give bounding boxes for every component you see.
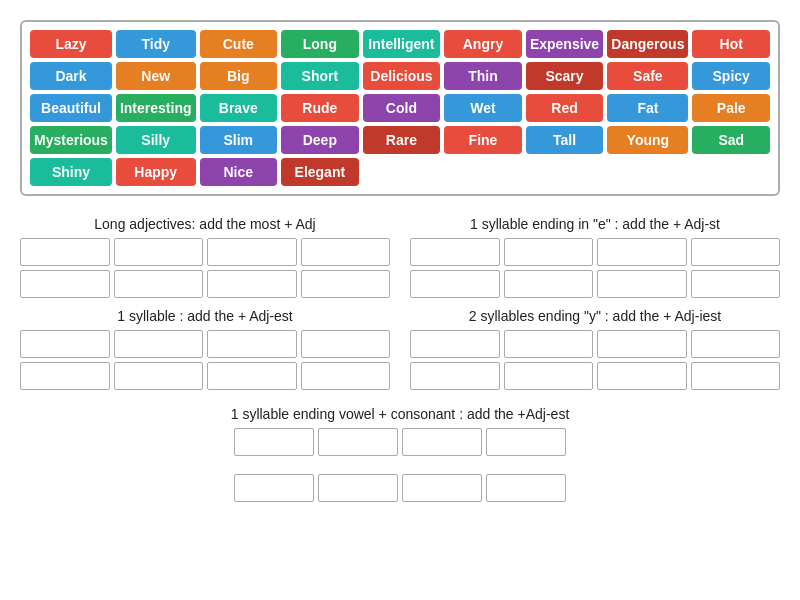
- section-title-two-syl-y: 2 syllables ending "y" : add the + Adj-i…: [410, 308, 780, 324]
- answer-box[interactable]: [301, 238, 391, 266]
- answer-box[interactable]: [20, 330, 110, 358]
- word-tag-dangerous[interactable]: Dangerous: [607, 30, 688, 58]
- section-title-long-adj: Long adjectives: add the most + Adj: [20, 216, 390, 232]
- word-tag-new[interactable]: New: [116, 62, 196, 90]
- answer-box[interactable]: [504, 238, 594, 266]
- bottom-boxes-row1: [20, 428, 780, 456]
- answer-box[interactable]: [504, 362, 594, 390]
- answer-box[interactable]: [20, 362, 110, 390]
- answer-box[interactable]: [301, 330, 391, 358]
- word-tag-rare[interactable]: Rare: [363, 126, 441, 154]
- answer-box[interactable]: [301, 362, 391, 390]
- section-long-adj: Long adjectives: add the most + Adj: [20, 216, 390, 298]
- word-tag-young[interactable]: Young: [607, 126, 688, 154]
- word-tag-fat[interactable]: Fat: [607, 94, 688, 122]
- word-tag-safe[interactable]: Safe: [607, 62, 688, 90]
- answer-box[interactable]: [691, 270, 781, 298]
- word-tag-elegant[interactable]: Elegant: [281, 158, 359, 186]
- word-tag-expensive[interactable]: Expensive: [526, 30, 604, 58]
- word-tag-long[interactable]: Long: [281, 30, 359, 58]
- bottom-section: 1 syllable ending vowel + consonant : ad…: [20, 406, 780, 502]
- answer-box[interactable]: [20, 238, 110, 266]
- bottom-section-title: 1 syllable ending vowel + consonant : ad…: [20, 406, 780, 422]
- answer-box[interactable]: [114, 238, 204, 266]
- word-tag-big[interactable]: Big: [200, 62, 278, 90]
- answer-row: [20, 330, 390, 358]
- word-tag-dark[interactable]: Dark: [30, 62, 112, 90]
- word-tag-rude[interactable]: Rude: [281, 94, 359, 122]
- answer-box[interactable]: [410, 270, 500, 298]
- section-one-syl-e: 1 syllable ending in "e" : add the + Adj…: [410, 216, 780, 298]
- word-tag-mysterious[interactable]: Mysterious: [30, 126, 112, 154]
- word-tag-lazy[interactable]: Lazy: [30, 30, 112, 58]
- word-tag-tall[interactable]: Tall: [526, 126, 604, 154]
- sections-area: Long adjectives: add the most + Adj1 syl…: [20, 216, 780, 390]
- answer-row: [20, 270, 390, 298]
- word-tag-beautiful[interactable]: Beautiful: [30, 94, 112, 122]
- word-tag-slim[interactable]: Slim: [200, 126, 278, 154]
- answer-box[interactable]: [114, 362, 204, 390]
- answer-box[interactable]: [691, 238, 781, 266]
- word-tag-brave[interactable]: Brave: [200, 94, 278, 122]
- answer-box[interactable]: [318, 428, 398, 456]
- word-tag-shiny[interactable]: Shiny: [30, 158, 112, 186]
- answer-row: [410, 238, 780, 266]
- answer-box[interactable]: [234, 474, 314, 502]
- word-tag-sad[interactable]: Sad: [692, 126, 770, 154]
- answer-box[interactable]: [318, 474, 398, 502]
- word-tag-spicy[interactable]: Spicy: [692, 62, 770, 90]
- answer-box[interactable]: [486, 474, 566, 502]
- answer-box[interactable]: [207, 330, 297, 358]
- section-title-one-syl-e: 1 syllable ending in "e" : add the + Adj…: [410, 216, 780, 232]
- word-tag-happy[interactable]: Happy: [116, 158, 196, 186]
- answer-box[interactable]: [114, 270, 204, 298]
- word-tag-angry[interactable]: Angry: [444, 30, 522, 58]
- answer-box[interactable]: [207, 238, 297, 266]
- section-one-syl: 1 syllable : add the + Adj-est: [20, 308, 390, 390]
- word-tag-red[interactable]: Red: [526, 94, 604, 122]
- answer-box[interactable]: [597, 330, 687, 358]
- answer-box[interactable]: [207, 270, 297, 298]
- word-tag-cute[interactable]: Cute: [200, 30, 278, 58]
- answer-row: [410, 270, 780, 298]
- answer-box[interactable]: [410, 238, 500, 266]
- answer-box[interactable]: [20, 270, 110, 298]
- bottom-boxes-row2: [20, 474, 780, 502]
- word-tag-deep[interactable]: Deep: [281, 126, 359, 154]
- answer-box[interactable]: [207, 362, 297, 390]
- word-tag-silly[interactable]: Silly: [116, 126, 196, 154]
- answer-box[interactable]: [301, 270, 391, 298]
- answer-box[interactable]: [402, 474, 482, 502]
- word-grid: LazyTidyCuteLongIntelligentAngryExpensiv…: [20, 20, 780, 196]
- answer-box[interactable]: [234, 428, 314, 456]
- word-tag-thin[interactable]: Thin: [444, 62, 522, 90]
- answer-box[interactable]: [410, 330, 500, 358]
- word-tag-scary[interactable]: Scary: [526, 62, 604, 90]
- answer-row: [410, 362, 780, 390]
- answer-box[interactable]: [486, 428, 566, 456]
- word-tag-delicious[interactable]: Delicious: [363, 62, 441, 90]
- answer-row: [20, 362, 390, 390]
- answer-box[interactable]: [410, 362, 500, 390]
- word-tag-pale[interactable]: Pale: [692, 94, 770, 122]
- answer-box[interactable]: [402, 428, 482, 456]
- answer-box[interactable]: [504, 270, 594, 298]
- answer-box[interactable]: [597, 270, 687, 298]
- word-tag-fine[interactable]: Fine: [444, 126, 522, 154]
- answer-box[interactable]: [691, 362, 781, 390]
- answer-box[interactable]: [597, 238, 687, 266]
- word-tag-wet[interactable]: Wet: [444, 94, 522, 122]
- word-tag-interesting[interactable]: Interesting: [116, 94, 196, 122]
- word-tag-cold[interactable]: Cold: [363, 94, 441, 122]
- answer-box[interactable]: [597, 362, 687, 390]
- word-tag-nice[interactable]: Nice: [200, 158, 278, 186]
- word-tag-intelligent[interactable]: Intelligent: [363, 30, 441, 58]
- answer-box[interactable]: [691, 330, 781, 358]
- word-tag-short[interactable]: Short: [281, 62, 359, 90]
- word-tag-hot[interactable]: Hot: [692, 30, 770, 58]
- answer-box[interactable]: [504, 330, 594, 358]
- section-two-syl-y: 2 syllables ending "y" : add the + Adj-i…: [410, 308, 780, 390]
- word-tag-tidy[interactable]: Tidy: [116, 30, 196, 58]
- section-title-one-syl: 1 syllable : add the + Adj-est: [20, 308, 390, 324]
- answer-box[interactable]: [114, 330, 204, 358]
